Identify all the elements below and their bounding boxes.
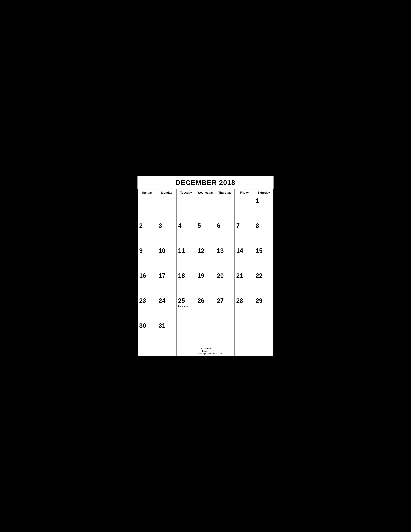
calendar-cell [254,321,273,346]
calendar-cell: 9 [138,246,157,271]
day-header-wednesday: Wednesday [196,190,215,196]
day-number: 17 [159,272,175,279]
calendar-cell [235,196,254,221]
calendar-cell: 27 [215,296,234,321]
day-header-sunday: Sunday [138,190,157,196]
week-row-3: 9101112131415 [138,246,273,271]
calendar-cell: 28 [235,296,254,321]
calendar-cell: 16 [138,271,157,296]
day-number: 23 [139,297,155,304]
day-number: 3 [159,222,175,229]
calendar-cell: 25Christmas [176,296,196,321]
footer-empty-cell [138,346,157,356]
holiday-label: Christmas [178,305,194,307]
day-number: 10 [159,247,175,254]
day-number: 1 [256,198,272,204]
day-number: 16 [139,272,155,279]
day-header-thursday: Thursday [215,190,234,196]
day-number: 21 [236,272,252,279]
calendar-cell: 8 [254,221,273,246]
footer-empty-cell [157,346,176,356]
calendar-cell: 7 [235,221,254,246]
calendar-cell: 14 [235,246,254,271]
footer-empty-cell [254,346,273,356]
calendar-cell [176,321,196,346]
day-number: 6 [217,222,233,229]
footer-empty-cell [235,346,254,356]
calendar-table: SundayMondayTuesdayWednesdayThursdayFrid… [138,189,273,356]
calendar-cell: 3 [157,221,176,246]
day-number: 2 [139,222,155,229]
day-number: 13 [217,247,233,254]
day-header-friday: Friday [235,190,254,196]
calendar-cell [215,321,234,346]
calendar-title: DECEMBER 2018 [138,176,273,189]
calendar-cell: 29 [254,296,273,321]
day-header-tuesday: Tuesday [176,190,196,196]
calendar-cell: 15 [254,246,273,271]
week-row-6: 3031 [138,321,273,346]
calendar-cell: 23 [138,296,157,321]
calendar: DECEMBER 2018 SundayMondayTuesdayWednesd… [137,175,274,357]
day-number: 29 [256,297,272,304]
day-number: 19 [197,272,213,279]
calendar-cell: 11 [176,246,196,271]
day-number: 12 [197,247,213,254]
day-number: 30 [139,323,155,329]
day-number: 11 [178,247,194,254]
calendar-cell: 31 [157,321,176,346]
week-row-4: 16171819202122 [138,271,273,296]
calendar-cell [196,321,215,346]
calendar-cell: 13 [215,246,234,271]
week-row-1: 1 [138,196,273,221]
calendar-cell: 18 [176,271,196,296]
calendar-cell [176,196,196,221]
day-number: 4 [178,222,194,229]
calendar-cell [215,196,234,221]
day-header-monday: Monday [157,190,176,196]
footer-empty-cell [176,346,196,356]
day-number: 5 [197,222,213,229]
calendar-cell: 24 [157,296,176,321]
calendar-cell: 21 [235,271,254,296]
calendar-cell: 4 [176,221,196,246]
calendar-cell: 17 [157,271,176,296]
day-number: 7 [236,222,252,229]
day-number: 31 [159,323,175,329]
days-of-week-row: SundayMondayTuesdayWednesdayThursdayFrid… [138,190,273,196]
calendar-cell: 26 [196,296,215,321]
day-number: 18 [178,272,194,279]
calendar-cell: 5 [196,221,215,246]
footer-text: My Calendar Land – www.mycalendarland.co… [196,346,215,356]
calendar-cell: 6 [215,221,234,246]
calendar-cell [235,321,254,346]
calendar-cell: 30 [138,321,157,346]
day-number: 26 [197,297,213,304]
calendar-cell [138,196,157,221]
day-number: 14 [236,247,252,254]
calendar-cell: 12 [196,246,215,271]
calendar-cell: 22 [254,271,273,296]
calendar-cell: 10 [157,246,176,271]
day-header-saturday: Saturday [254,190,273,196]
day-number: 9 [139,247,155,254]
day-number: 22 [256,272,272,279]
calendar-cell: 2 [138,221,157,246]
week-row-2: 2345678 [138,221,273,246]
calendar-cell [157,196,176,221]
day-number: 24 [159,297,175,304]
day-number: 28 [236,297,252,304]
week-row-5: 232425Christmas26272829 [138,296,273,321]
calendar-cell: 1 [254,196,273,221]
footer-row: My Calendar Land – www.mycalendarland.co… [138,346,273,356]
day-number: 15 [256,247,272,254]
day-number: 27 [217,297,233,304]
day-number: 25 [178,297,194,304]
calendar-cell: 19 [196,271,215,296]
day-number: 8 [256,222,272,229]
day-number: 20 [217,272,233,279]
calendar-cell: 20 [215,271,234,296]
calendar-cell [196,196,215,221]
